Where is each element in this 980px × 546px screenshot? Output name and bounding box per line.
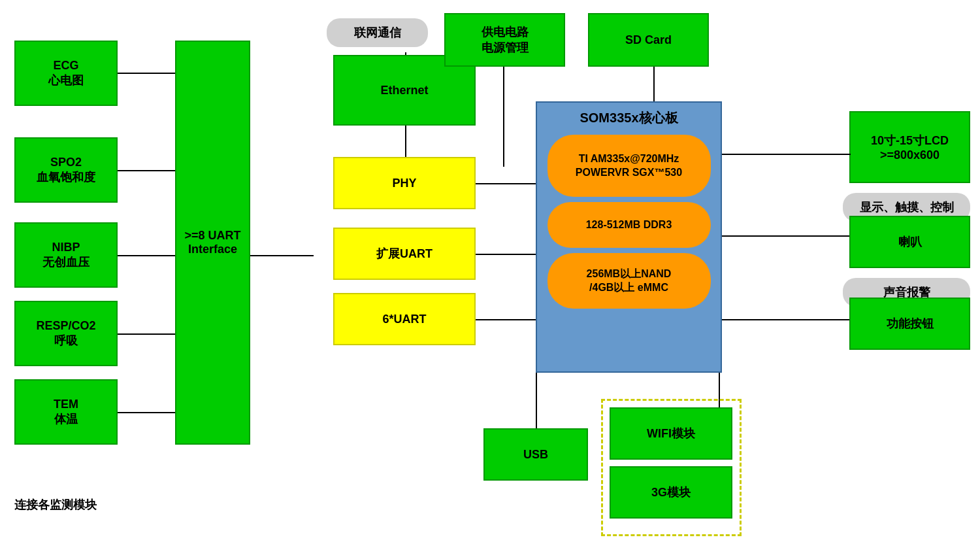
line-central-funcbtn bbox=[719, 319, 849, 320]
line-central-usb-v bbox=[536, 369, 537, 428]
line-extuart-central bbox=[470, 254, 536, 255]
line-6uart-central bbox=[470, 319, 536, 320]
wireless-container: WIFI模块 3G模块 bbox=[601, 399, 742, 536]
line-power-central bbox=[503, 65, 504, 167]
line-eth-phy-v bbox=[405, 125, 406, 158]
network-label: 联网通信 bbox=[327, 18, 428, 47]
line-tem-uart bbox=[116, 412, 175, 413]
wifi-box: WIFI模块 bbox=[610, 407, 732, 460]
pill1: TI AM335x@720MHz POWERVR SGX™530 bbox=[547, 135, 711, 197]
line-uart-central-h bbox=[248, 255, 314, 256]
uart6-box: 6*UART bbox=[333, 293, 476, 345]
ecg-box: ECG 心电图 bbox=[14, 41, 118, 106]
speaker-box: 喇叭 bbox=[849, 216, 970, 268]
spo2-box: SPO2 血氧饱和度 bbox=[14, 137, 118, 203]
ext-uart-box: 扩展UART bbox=[333, 228, 476, 280]
line-central-speaker bbox=[719, 235, 849, 237]
line-spo2-uart bbox=[116, 170, 175, 171]
lcd-box: 10寸-15寸LCD >=800x600 bbox=[849, 111, 970, 183]
usb-box: USB bbox=[483, 428, 588, 481]
resp-box: RESP/CO2 呼吸 bbox=[14, 301, 118, 366]
tem-box: TEM 体温 bbox=[14, 379, 118, 445]
pill2: 128-512MB DDR3 bbox=[547, 202, 711, 248]
uart-interface-box: >=8 UART Interface bbox=[175, 41, 250, 445]
line-central-lcd bbox=[719, 154, 849, 155]
sdcard-box: SD Card bbox=[588, 13, 709, 67]
g3-box: 3G模块 bbox=[610, 466, 732, 519]
pill3: 256MB以上NAND /4GB以上 eMMC bbox=[547, 253, 711, 309]
bottom-label: 连接各监测模块 bbox=[14, 497, 97, 513]
line-ecg-uart bbox=[116, 73, 175, 74]
func-btn-box: 功能按钮 bbox=[849, 298, 970, 350]
central-title: SOM335x核心板 bbox=[580, 109, 678, 127]
nibp-box: NIBP 无创血压 bbox=[14, 222, 118, 288]
power-box: 供电电路 电源管理 bbox=[444, 13, 565, 67]
diagram: ECG 心电图 SPO2 血氧饱和度 NIBP 无创血压 RESP/CO2 呼吸… bbox=[0, 0, 980, 546]
central-box: SOM335x核心板 TI AM335x@720MHz POWERVR SGX™… bbox=[536, 101, 722, 373]
line-nibp-uart bbox=[116, 255, 175, 256]
line-lcd-end bbox=[849, 154, 851, 155]
phy-box: PHY bbox=[333, 157, 476, 209]
line-phy-central bbox=[470, 183, 536, 184]
line-resp-uart bbox=[116, 333, 175, 335]
